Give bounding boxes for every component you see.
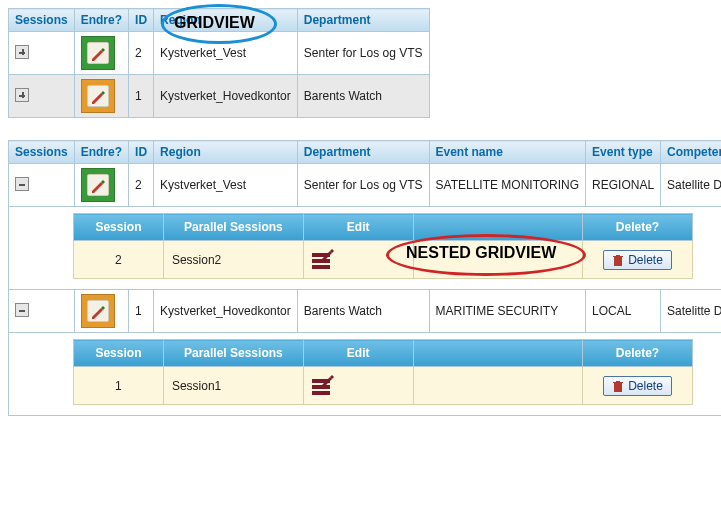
ncell-parallel: Session2 <box>163 241 303 279</box>
delete-button[interactable]: Delete <box>603 376 672 396</box>
pencil-icon <box>87 300 109 322</box>
cell-id: 2 <box>129 164 154 207</box>
trash-icon <box>612 379 624 393</box>
nested-row-container: Session Parallel Sessions Edit Delete? 2… <box>9 207 722 290</box>
col-event-type[interactable]: Event type <box>586 141 661 164</box>
collapse-icon[interactable] <box>15 303 29 317</box>
col-region[interactable]: Region <box>154 141 298 164</box>
cell-department: Senter for Los og VTS <box>297 164 429 207</box>
nested-header-row: Session Parallel Sessions Edit Delete? <box>74 214 693 241</box>
col-id[interactable]: ID <box>129 141 154 164</box>
edit-row-button[interactable] <box>312 247 338 269</box>
pencil-icon <box>87 174 109 196</box>
edit-row-button[interactable] <box>312 373 338 395</box>
ncell-parallel: Session1 <box>163 367 303 405</box>
cell-id: 1 <box>129 75 154 118</box>
cell-region: Kystverket_Vest <box>154 164 298 207</box>
cell-event-name: MARITIME SECURITY <box>429 290 586 333</box>
col-endre[interactable]: Endre? <box>74 141 128 164</box>
nested-header-row: Session Parallel Sessions Edit Delete? <box>74 340 693 367</box>
table-row: 2 Kystverket_Vest Senter for Los og VTS … <box>9 164 722 207</box>
col-competence-area[interactable]: Competence Area <box>661 141 721 164</box>
cell-department: Barents Watch <box>297 75 429 118</box>
col-department[interactable]: Department <box>297 141 429 164</box>
delete-button[interactable]: Delete <box>603 250 672 270</box>
delete-label: Delete <box>628 253 663 267</box>
top-grid-header-row: Sessions Endre? ID Region Department <box>9 9 430 32</box>
cell-department: Barents Watch <box>297 290 429 333</box>
ncell-session: 1 <box>74 367 164 405</box>
cell-event-name: SATELLITE MONITORING <box>429 164 586 207</box>
bottom-grid-header-row: Sessions Endre? ID Region Department Eve… <box>9 141 722 164</box>
ncol-session[interactable]: Session <box>74 340 164 367</box>
col-event-name[interactable]: Event name <box>429 141 586 164</box>
bottom-gridview: Sessions Endre? ID Region Department Eve… <box>8 140 721 416</box>
col-department[interactable]: Department <box>297 9 429 32</box>
cell-id: 1 <box>129 290 154 333</box>
ncol-blank <box>413 340 582 367</box>
nested-table-row: 1 Session1 Delet <box>74 367 693 405</box>
cell-region: Kystverket_Hovedkontor <box>154 290 298 333</box>
expand-icon[interactable] <box>15 88 29 102</box>
col-sessions[interactable]: Sessions <box>9 9 75 32</box>
delete-label: Delete <box>628 379 663 393</box>
ncol-session[interactable]: Session <box>74 214 164 241</box>
cell-event-type: REGIONAL <box>586 164 661 207</box>
edit-button[interactable] <box>81 168 115 202</box>
cell-event-type: LOCAL <box>586 290 661 333</box>
edit-button[interactable] <box>81 294 115 328</box>
pencil-icon <box>87 85 109 107</box>
edit-button[interactable] <box>81 36 115 70</box>
table-row: 1 Kystverket_Hovedkontor Barents Watch <box>9 75 430 118</box>
cell-id: 2 <box>129 32 154 75</box>
col-id[interactable]: ID <box>129 9 154 32</box>
cell-department: Senter for Los og VTS <box>297 32 429 75</box>
ncol-delete[interactable]: Delete? <box>583 340 693 367</box>
ncol-edit[interactable]: Edit <box>303 340 413 367</box>
nested-gridview: Session Parallel Sessions Edit Delete? 1… <box>73 339 693 405</box>
col-endre[interactable]: Endre? <box>74 9 128 32</box>
ncell-blank <box>413 241 582 279</box>
trash-icon <box>612 253 624 267</box>
ncol-edit[interactable]: Edit <box>303 214 413 241</box>
nested-row-container: Session Parallel Sessions Edit Delete? 1… <box>9 333 722 416</box>
top-gridview: Sessions Endre? ID Region Department 2 K… <box>8 8 430 118</box>
ncol-delete[interactable]: Delete? <box>583 214 693 241</box>
ncol-parallel[interactable]: Parallel Sessions <box>163 214 303 241</box>
ncell-blank <box>413 367 582 405</box>
col-region[interactable]: Region <box>154 9 298 32</box>
ncol-blank <box>413 214 582 241</box>
ncell-session: 2 <box>74 241 164 279</box>
pencil-icon <box>87 42 109 64</box>
cell-region: Kystverket_Hovedkontor <box>154 75 298 118</box>
expand-icon[interactable] <box>15 45 29 59</box>
col-sessions[interactable]: Sessions <box>9 141 75 164</box>
cell-region: Kystverket_Vest <box>154 32 298 75</box>
table-row: 2 Kystverket_Vest Senter for Los og VTS <box>9 32 430 75</box>
cell-competence-area: Satellite Design & Co <box>661 164 721 207</box>
collapse-icon[interactable] <box>15 177 29 191</box>
nested-table-row: 2 Session2 Delet <box>74 241 693 279</box>
ncol-parallel[interactable]: Parallel Sessions <box>163 340 303 367</box>
nested-gridview: Session Parallel Sessions Edit Delete? 2… <box>73 213 693 279</box>
edit-button[interactable] <box>81 79 115 113</box>
table-row: 1 Kystverket_Hovedkontor Barents Watch M… <box>9 290 722 333</box>
cell-competence-area: Satelitte Design <box>661 290 721 333</box>
